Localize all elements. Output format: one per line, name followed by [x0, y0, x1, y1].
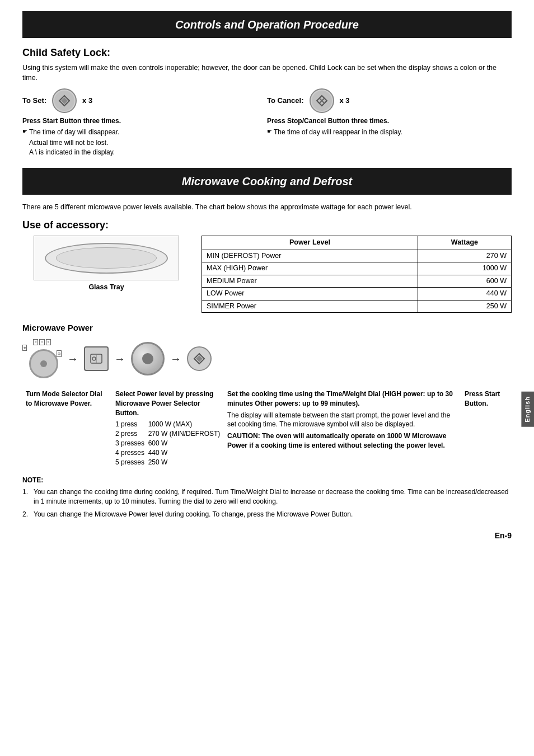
step4-icon [187, 346, 212, 371]
power-level-cell: MEDIUM Power [202, 275, 418, 288]
child-lock-desc: Using this system will make the oven con… [22, 63, 512, 83]
step2-icon [84, 346, 109, 371]
steps-icon-row: T T T ⊕ ⊞ → [22, 339, 512, 378]
step4-desc: Press Start Button. [461, 389, 512, 467]
set-instructions: Press Start Button three times. The time… [22, 116, 121, 157]
glass-tray-area: Glass Tray [22, 236, 190, 293]
step3-title: Set the cooking time using the Time/Weig… [227, 389, 458, 408]
start-button-inner [54, 91, 74, 111]
cancel-instructions: Press Stop/Cancel Button three times. Th… [267, 116, 402, 138]
glass-tray-image [34, 236, 179, 280]
note-item-2: 2. You can change the Microwave Power le… [22, 510, 512, 519]
knob-center [142, 353, 153, 364]
table-row: MEDIUM Power 600 W [202, 275, 512, 288]
glass-tray-label: Glass Tray [88, 283, 124, 293]
start-item-1: The time of day will disappear. [22, 128, 121, 137]
glass-tray-inner [56, 247, 157, 269]
arrow1: → [67, 351, 78, 367]
table-row: SIMMER Power 250 W [202, 300, 512, 313]
table-row: MAX (HIGH) Power 1000 W [202, 262, 512, 275]
time-weight-dial [131, 342, 165, 375]
step1-desc: Turn Mode Selector Dial to Microwave Pow… [22, 389, 112, 467]
note-num-2: 2. [22, 510, 28, 519]
child-safety-lock-section: Child Safety Lock: Using this system wil… [22, 46, 512, 157]
dial-label4: ⊕ [22, 345, 27, 351]
english-sidebar: English [521, 392, 534, 427]
cancel-inner: To Cancel: x 3 [267, 88, 350, 113]
power-level-header: Power Level [202, 236, 418, 250]
start-item-3: A \ is indicated in the display. [22, 148, 121, 157]
stop-button-inner [312, 91, 332, 111]
wattage-cell: 440 W [418, 288, 511, 300]
press-2-watt: 270 W (MIN/DEFROST) [148, 429, 221, 439]
press-4-watt: 440 W [148, 448, 221, 458]
mw-power-title: Microwave Power [22, 322, 512, 334]
arrow2: → [114, 351, 125, 367]
dial-center [40, 360, 47, 367]
step1-icon: T T T ⊕ ⊞ [22, 339, 62, 378]
note-item-1: 1. You can change the cooking time durin… [22, 487, 512, 506]
press-5-watt: 250 W [148, 458, 221, 467]
stop-item-1: The time of day will reappear in the dis… [267, 128, 402, 137]
step3-caution: CAUTION: The oven will automatically ope… [227, 431, 458, 450]
section1-title: Controls and Operation Procedure [34, 17, 500, 32]
wattage-cell: 270 W [418, 250, 511, 262]
set-block: To Set: x 3 Press Start Button three tim… [22, 88, 267, 157]
dial-label1: T [33, 339, 38, 345]
dial-top-labels: T T T [22, 339, 62, 345]
page: Controls and Operation Procedure Child S… [0, 0, 534, 756]
wattage-header: Wattage [418, 236, 511, 250]
wattage-cell: 600 W [418, 275, 511, 288]
arrow3: → [170, 351, 181, 367]
section1-header: Controls and Operation Procedure [22, 11, 512, 38]
wattage-cell: 1000 W [418, 262, 511, 275]
start-diamond-icon [193, 353, 205, 365]
press-start-title: Press Start Button three times. [22, 116, 121, 126]
section2-header: Microwave Cooking and Defrost [22, 168, 512, 195]
press-3-label: 3 presses [115, 439, 145, 448]
note-section: NOTE: 1. You can change the cooking time… [22, 476, 512, 519]
section2-desc: There are 5 different microwave power le… [22, 203, 512, 213]
glass-tray-ellipse [45, 243, 168, 274]
press-stop-title: Press Stop/Cancel Button three times. [267, 116, 402, 126]
press-list: 1 press1000 W (MAX) 2 press270 W (MIN/DE… [115, 420, 221, 467]
power-level-cell: MIN (DEFROST) Power [202, 250, 418, 262]
section2-title: Microwave Cooking and Defrost [34, 173, 500, 189]
microwave-power-icon [90, 352, 103, 365]
to-cancel-label: To Cancel: [267, 96, 304, 106]
step1-title: Turn Mode Selector Dial to Microwave Pow… [26, 389, 109, 408]
steps-desc-row: Turn Mode Selector Dial to Microwave Pow… [22, 389, 512, 467]
diamond-start-icon [58, 95, 71, 107]
power-table: Power Level Wattage MIN (DEFROST) Power … [202, 236, 512, 313]
stop-button-icon [310, 88, 334, 113]
accessory-title: Use of accessory: [22, 218, 512, 232]
press-1-label: 1 press [115, 420, 145, 429]
power-level-cell: SIMMER Power [202, 300, 418, 313]
set-inner: To Set: x 3 [22, 88, 92, 113]
power-selector-btn [84, 346, 109, 371]
set-cancel-row: To Set: x 3 Press Start Button three tim… [22, 88, 512, 157]
press-3-watt: 600 W [148, 439, 221, 448]
start-button-icon [52, 88, 77, 113]
power-level-cell: MAX (HIGH) Power [202, 262, 418, 275]
dial-icon [29, 349, 58, 378]
step4-title: Press Start Button. [465, 389, 508, 408]
dial-label5: ⊞ [57, 350, 62, 357]
set-x3: x 3 [82, 96, 92, 106]
microwave-section: There are 5 different microwave power le… [22, 203, 512, 519]
power-level-cell: LOW Power [202, 288, 418, 300]
press-1-watt: 1000 W (MAX) [148, 420, 221, 429]
step2-title: Select Power level by pressing Microwave… [115, 389, 221, 417]
step3-body: The display will alternate between the s… [227, 411, 458, 430]
wattage-cell: 250 W [418, 300, 511, 313]
start-item-2: Actual time will not be lost. [22, 138, 121, 148]
press-2-label: 2 press [115, 429, 145, 439]
accessory-row: Glass Tray Power Level Wattage MIN (DEFR… [22, 236, 512, 313]
table-row: LOW Power 440 W [202, 288, 512, 300]
step3-desc: Set the cooking time using the Time/Weig… [224, 389, 461, 467]
cancel-block: To Cancel: x 3 Press Stop/Cancel [267, 88, 512, 138]
start-btn-circle [187, 346, 212, 371]
cancel-x3: x 3 [340, 96, 350, 106]
press-4-label: 4 presses [115, 448, 145, 458]
page-number: En-9 [22, 530, 512, 542]
